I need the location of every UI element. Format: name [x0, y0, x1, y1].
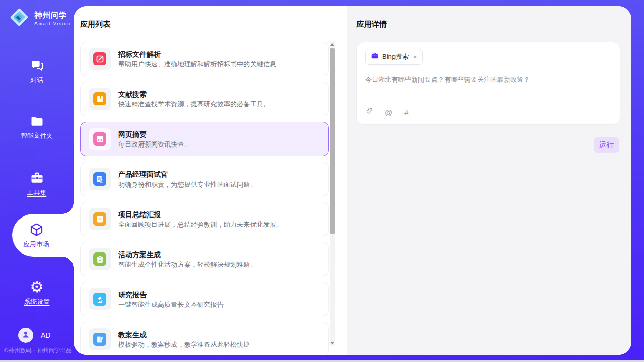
- app-desc: 帮助用户快速、准确地理解和解析招标书中的关键信息: [118, 61, 276, 67]
- sidebar-item-chat[interactable]: 对话: [0, 53, 74, 89]
- app-card-lesson-plan[interactable]: 教案生成 模板驱动，教案秒成，教学准备从此轻松快捷: [80, 322, 329, 355]
- app-card-pm-interviewer[interactable]: 产品经理面试官 明确身份和职责，为您提供专业性的面试问题。: [80, 162, 329, 196]
- app-card-project-summary[interactable]: 项目总结汇报 全面回顾项目进展，总结经验教训，助力未来优化发展。: [80, 202, 329, 236]
- app-desc: 每日政府新闻资讯快查。: [118, 141, 191, 148]
- gear-icon: ⚙: [29, 279, 45, 295]
- scroll-down-icon[interactable]: [330, 342, 334, 344]
- app-title: 文献搜索: [118, 91, 270, 98]
- clipboard-check-icon: [93, 252, 106, 266]
- app-card-literature-search[interactable]: 文献搜索 快速精准查找学术资源，提高研究效率的必备工具。: [80, 82, 329, 116]
- sidebar-item-label: 智能文件夹: [21, 132, 53, 140]
- sidebar-item-smart-folders[interactable]: 智能文件夹: [0, 108, 74, 145]
- run-button[interactable]: 运行: [594, 137, 619, 153]
- prompt-input[interactable]: 今日湖北有哪些新闻要点？有哪些需要关注的最新政策？: [365, 75, 612, 84]
- app-card-research-report[interactable]: 研究报告 一键智能生成高质量长文本研究报告: [80, 282, 329, 316]
- mention-icon[interactable]: @: [385, 108, 392, 116]
- tool-tag-bing-search[interactable]: Bing搜索 ×: [365, 49, 423, 65]
- book-icon: [93, 92, 106, 105]
- avatar[interactable]: [18, 328, 33, 343]
- app-card-bid-document-analysis[interactable]: 招标文件解析 帮助用户快速、准确地理解和解析招标书中的关键信息: [80, 42, 329, 76]
- sidebar-item-label: 对话: [30, 76, 43, 85]
- browser-code-icon: [93, 132, 106, 146]
- close-icon[interactable]: ×: [413, 53, 417, 61]
- scroll-up-icon[interactable]: [330, 43, 334, 46]
- paperclip-icon[interactable]: [366, 106, 373, 118]
- sidebar-item-label: 系统设置: [24, 298, 50, 306]
- pen-square-icon: [93, 52, 106, 65]
- cube-icon: [29, 222, 44, 237]
- tool-tag-label: Bing搜索: [382, 52, 409, 61]
- scrollbar-thumb[interactable]: [330, 48, 335, 234]
- app-desc: 智能生成个性化活动方案，轻松解决规划难题。: [118, 261, 257, 268]
- books-icon: [93, 333, 106, 346]
- interview-icon: [93, 172, 106, 186]
- chat-icon: [29, 58, 45, 73]
- app-desc: 快速精准查找学术资源，提高研究效率的必备工具。: [118, 101, 270, 107]
- scrollbar[interactable]: [330, 42, 335, 346]
- app-title: 产品经理面试官: [118, 171, 257, 178]
- app-card-event-plan[interactable]: 活动方案生成 智能生成个性化活动方案，轻松解决规划难题。: [80, 242, 329, 276]
- app-desc: 明确身份和职责，为您提供专业性的面试问题。: [118, 181, 257, 188]
- app-card-list: 招标文件解析 帮助用户快速、准确地理解和解析招标书中的关键信息 文献搜索 快速精…: [80, 42, 329, 355]
- person-icon: [21, 330, 30, 341]
- toolbox-icon: [29, 170, 45, 186]
- app-detail-panel: 应用详情 Bing搜索 × 今日湖北有哪些新闻要点？有哪些需要关注的最新政策？ …: [347, 6, 631, 355]
- sidebar-item-label: 工具集: [27, 189, 47, 197]
- app-desc: 全面回顾项目进展，总结经验教训，助力未来优化发展。: [118, 221, 283, 228]
- brand-name: 神州问学: [34, 11, 71, 20]
- app-desc: 一键智能生成高质量长文本研究报告: [118, 301, 224, 308]
- app-title: 教案生成: [118, 331, 250, 338]
- copyright-text: ©神州数码 · 神州问学出品: [4, 347, 72, 354]
- sidebar-item-toolset[interactable]: 工具集: [0, 165, 74, 202]
- brand-subtitle: Smart Vision: [34, 21, 71, 26]
- app-list-title: 应用列表: [80, 20, 111, 29]
- microscope-icon: [93, 293, 106, 306]
- sidebar: 神州问学 Smart Vision 对话 智能文件夹 工具集 应用市场 ⚙ 系统…: [0, 0, 74, 362]
- app-title: 活动方案生成: [118, 251, 257, 258]
- folder-icon: [29, 114, 45, 129]
- hash-icon[interactable]: #: [404, 108, 408, 116]
- app-title: 项目总结汇报: [118, 211, 283, 218]
- prompt-card: Bing搜索 × 今日湖北有哪些新闻要点？有哪些需要关注的最新政策？ @ #: [356, 42, 620, 125]
- app-title: 网页摘要: [118, 131, 191, 138]
- sidebar-item-system-settings[interactable]: ⚙ 系统设置: [0, 274, 74, 311]
- window-bottom-edge: [0, 360, 644, 362]
- main-content: 应用列表 招标文件解析 帮助用户快速、准确地理解和解析招标书中的关键信息 文献搜…: [74, 6, 631, 355]
- sidebar-item-label: 应用市场: [24, 240, 49, 249]
- app-detail-title: 应用详情: [356, 20, 387, 29]
- logo-diamond-icon: [8, 6, 30, 30]
- sidebar-item-app-market[interactable]: 应用市场: [12, 214, 74, 257]
- app-title: 研究报告: [118, 291, 224, 298]
- user-account[interactable]: AD: [18, 328, 50, 343]
- notepad-icon: [93, 212, 106, 226]
- app-title: 招标文件解析: [118, 51, 276, 58]
- briefcase-icon: [371, 52, 379, 62]
- app-card-web-summary[interactable]: 网页摘要 每日政府新闻资讯快查。: [80, 122, 329, 156]
- app-desc: 模板驱动，教案秒成，教学准备从此轻松快捷: [118, 341, 250, 348]
- app-list-panel: 应用列表 招标文件解析 帮助用户快速、准确地理解和解析招标书中的关键信息 文献搜…: [74, 6, 347, 355]
- user-initials: AD: [41, 331, 50, 339]
- app-logo: 神州问学 Smart Vision: [8, 6, 71, 30]
